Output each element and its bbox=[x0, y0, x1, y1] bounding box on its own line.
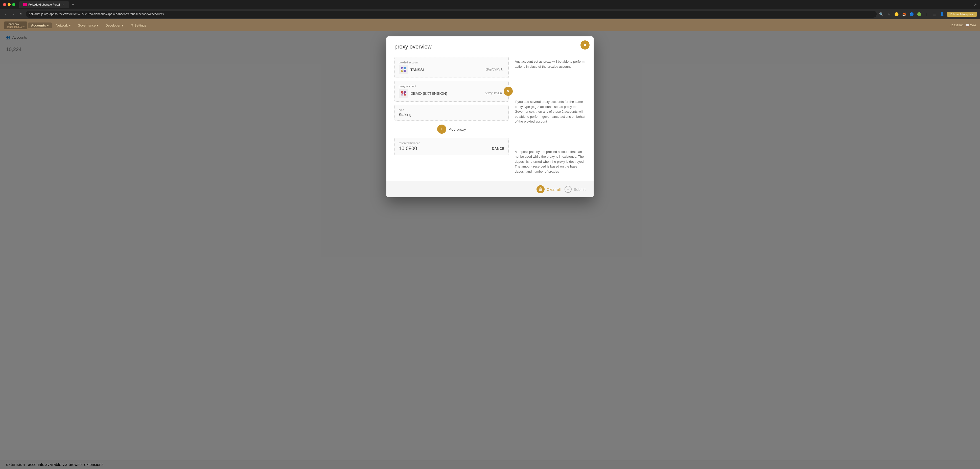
svg-rect-13 bbox=[404, 92, 405, 94]
nav-settings[interactable]: ⚙ Settings bbox=[127, 22, 150, 28]
extension-icon-4[interactable]: 🟢 bbox=[916, 11, 922, 17]
nav-right: ⎇ GitHub 📖 Wiki bbox=[950, 24, 976, 27]
tab-bar: Polkadot/Substrate Portal × + bbox=[19, 1, 972, 8]
tab-close-button[interactable]: × bbox=[61, 3, 65, 6]
reserved-balance-row: 10.0800 DANCE bbox=[399, 146, 504, 151]
page-background: 👥 Accounts 10,224 extension accounts ava… bbox=[0, 31, 980, 469]
trash-icon: 🗑 bbox=[536, 185, 544, 193]
profile-icon[interactable]: ☰ bbox=[932, 11, 937, 17]
new-tab-button[interactable]: + bbox=[70, 2, 76, 8]
window-expand-icon[interactable]: ⤢ bbox=[974, 3, 977, 6]
type-box: type Staking bbox=[395, 105, 509, 121]
wiki-label: Wiki bbox=[970, 24, 976, 27]
nav-developer-label: Developer bbox=[105, 24, 120, 27]
brand-name: Dancebox bbox=[6, 22, 24, 25]
demo-avatar bbox=[399, 89, 408, 98]
nav-settings-label: Settings bbox=[134, 24, 146, 27]
modal-left-column: proxied account bbox=[395, 57, 509, 174]
user-avatar[interactable]: 👤 bbox=[939, 11, 945, 17]
tab-favicon bbox=[23, 3, 27, 6]
info-text-2: If you add several proxy accounts for th… bbox=[515, 99, 585, 124]
modal-footer: 🗑 Clear all → Submit bbox=[387, 181, 593, 197]
fullscreen-window-button[interactable] bbox=[12, 3, 15, 6]
bookmark-icon[interactable]: ☆ bbox=[886, 11, 892, 17]
type-label: type bbox=[399, 108, 504, 111]
add-proxy-row: + Add proxy bbox=[395, 125, 509, 134]
tanssi-avatar bbox=[399, 65, 408, 74]
reserved-balance-currency: DANCE bbox=[492, 146, 504, 151]
modal-close-button[interactable]: × bbox=[581, 40, 590, 49]
svg-rect-12 bbox=[402, 92, 402, 94]
modal-columns: proxied account bbox=[395, 57, 585, 174]
clear-all-label: Clear all bbox=[547, 187, 560, 192]
info-text-1: Any account set as proxy will be able to… bbox=[515, 59, 585, 69]
browser-tab-active[interactable]: Polkadot/Substrate Portal × bbox=[19, 1, 69, 8]
search-icon[interactable]: 🔍 bbox=[879, 11, 884, 17]
nav-network-label: Network bbox=[56, 24, 68, 27]
brand-sub: dancebox/500 ▾ bbox=[6, 25, 24, 28]
submit-arrow-icon: → bbox=[565, 186, 572, 193]
modal-right-column: Any account set as proxy will be able to… bbox=[515, 57, 585, 174]
proxied-account-display: TANSSI bbox=[399, 65, 424, 74]
submit-button[interactable]: → Submit bbox=[565, 186, 585, 193]
extension-icon-2[interactable]: 🦊 bbox=[901, 11, 907, 17]
app-header: Dancebox dancebox/500 ▾ Accounts ▾ Netwo… bbox=[0, 19, 980, 31]
info-text-3: A deposit paid by the proxied account th… bbox=[515, 149, 585, 174]
reserved-balance-amount: 10.0800 bbox=[399, 146, 417, 151]
proxy-account-address: 5GYyHYvEn... bbox=[485, 91, 504, 95]
proxy-account-display: DEMO (EXTENSION) bbox=[399, 89, 447, 98]
tab-label: Polkadot/Substrate Portal bbox=[28, 3, 60, 6]
modal-title: proxy overview bbox=[395, 43, 585, 50]
relaunch-button[interactable]: Relaunch to update bbox=[947, 12, 977, 17]
divider: | bbox=[924, 11, 930, 17]
clear-all-button[interactable]: 🗑 Clear all bbox=[536, 185, 560, 193]
brand-logo[interactable]: Dancebox dancebox/500 ▾ bbox=[4, 21, 27, 29]
forward-button[interactable]: › bbox=[11, 11, 16, 17]
svg-rect-5 bbox=[402, 68, 404, 70]
nav-governance-label: Governance bbox=[78, 24, 96, 27]
nav-developer-arrow: ▾ bbox=[122, 24, 123, 27]
proxy-overview-modal: proxy overview × proxied account bbox=[387, 37, 593, 197]
proxy-account-name: DEMO (EXTENSION) bbox=[410, 91, 447, 95]
proxy-account-row: DEMO (EXTENSION) 5GYyHYvEn... bbox=[399, 89, 504, 98]
url-input[interactable] bbox=[26, 11, 877, 18]
wiki-link[interactable]: 📖 Wiki bbox=[965, 24, 976, 27]
settings-gear-icon: ⚙ bbox=[130, 24, 134, 27]
proxied-account-name: TANSSI bbox=[410, 67, 424, 72]
nav-governance-arrow: ▾ bbox=[97, 24, 98, 27]
back-button[interactable]: ‹ bbox=[3, 11, 9, 17]
traffic-lights bbox=[3, 3, 15, 6]
browser-icons: 🔍 ☆ 🟡 🦊 🔵 🟢 | ☰ 👤 bbox=[879, 11, 945, 17]
submit-label: Submit bbox=[574, 187, 585, 192]
proxy-account-label: proxy account bbox=[399, 85, 504, 88]
add-proxy-label[interactable]: Add proxy bbox=[449, 127, 466, 131]
github-link[interactable]: ⎇ GitHub bbox=[950, 24, 963, 27]
proxy-account-box: proxy account bbox=[395, 81, 509, 102]
svg-rect-11 bbox=[402, 92, 404, 94]
nav-network-arrow: ▾ bbox=[69, 24, 71, 27]
modal-body: proxy overview × proxied account bbox=[387, 37, 593, 181]
nav-accounts[interactable]: Accounts ▾ bbox=[28, 22, 52, 28]
proxy-account-wrapper: proxy account bbox=[395, 81, 509, 102]
browser-chrome: Polkadot/Substrate Portal × + ⤢ bbox=[0, 0, 980, 9]
close-window-button[interactable] bbox=[3, 3, 6, 6]
remove-proxy-button[interactable]: × bbox=[504, 87, 513, 96]
address-bar: ‹ › ↻ 🔍 ☆ 🟡 🦊 🔵 🟢 | ☰ 👤 Relaunch to upda… bbox=[0, 9, 980, 19]
proxied-account-address: 5FgYJYKVJ... bbox=[485, 68, 504, 71]
proxied-account-label: proxied account bbox=[399, 61, 504, 64]
reserved-balance-box: reserved balance 10.0800 DANCE bbox=[395, 138, 509, 155]
minimize-window-button[interactable] bbox=[8, 3, 11, 6]
github-icon: ⎇ bbox=[950, 24, 953, 27]
nav-accounts-label: Accounts bbox=[31, 24, 46, 27]
modal-overlay: proxy overview × proxied account bbox=[0, 31, 980, 469]
extension-icon-3[interactable]: 🔵 bbox=[909, 11, 915, 17]
nav-developer[interactable]: Developer ▾ bbox=[102, 22, 126, 28]
wiki-icon: 📖 bbox=[965, 24, 969, 27]
add-proxy-button[interactable]: + bbox=[437, 125, 446, 134]
nav-accounts-arrow: ▾ bbox=[47, 24, 49, 27]
nav-governance[interactable]: Governance ▾ bbox=[75, 22, 102, 28]
extension-icon-1[interactable]: 🟡 bbox=[894, 11, 899, 17]
nav-network[interactable]: Network ▾ bbox=[53, 22, 74, 28]
reserved-balance-label: reserved balance bbox=[399, 141, 504, 145]
reload-button[interactable]: ↻ bbox=[18, 11, 24, 17]
